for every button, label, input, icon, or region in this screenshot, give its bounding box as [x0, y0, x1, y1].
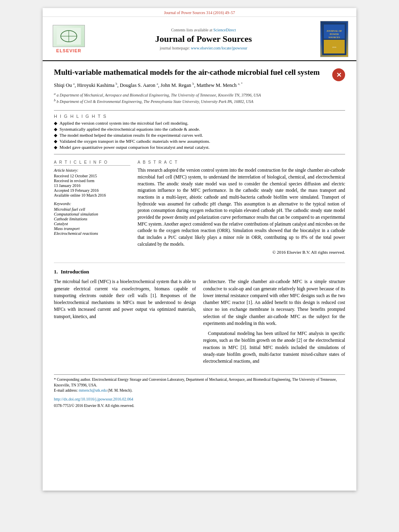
footnote-email: E-mail address: mmench@utk.edu (M. M. Me… — [54, 388, 345, 393]
crossmark-icon: ✕ — [332, 68, 345, 81]
article-info-label: A R T I C L E I N F O — [54, 160, 130, 166]
homepage-link[interactable]: www.elsevier.com/locate/jpowsour — [191, 46, 247, 50]
intro-left-para1: The microbial fuel cell (MFC) is a bioel… — [54, 278, 196, 320]
svg-text:✕: ✕ — [336, 72, 341, 78]
homepage-line: journal homepage: www.elsevier.com/locat… — [92, 46, 315, 50]
date-accepted: Accepted 19 February 2016 — [54, 188, 130, 193]
journal-header-center: Contents lists available at ScienceDirec… — [92, 28, 315, 50]
intro-right-para1: architecture. The single chamber air-cat… — [203, 278, 345, 327]
highlight-item-3: ◆ The model method helped the simulation… — [54, 133, 345, 138]
doi-link[interactable]: http://dx.doi.org/10.1016/j.jpowsour.201… — [54, 396, 345, 402]
svg-text:SOURCES: SOURCES — [329, 36, 340, 39]
section-divider — [54, 263, 345, 263]
keyword-1: Microbial fuel cell — [54, 207, 130, 212]
footnote-email-link[interactable]: mmench@utk.edu — [79, 388, 107, 392]
keywords-section: Keywords: Microbial fuel cell Computatio… — [54, 201, 130, 236]
sciencedirect-line: Contents lists available at ScienceDirec… — [92, 28, 315, 32]
intro-right-column: architecture. The single chamber air-cat… — [203, 278, 345, 368]
authors-line: Shiqi Ou a, Hiroyuki Kashima b, Douglas … — [54, 82, 345, 89]
intro-left-column: The microbial fuel cell (MFC) is a bioel… — [54, 278, 196, 368]
intro-right-para2: Computational modeling has been utilized… — [203, 330, 345, 365]
footnote-corresponding: * Corresponding author. Electrochemical … — [54, 377, 345, 388]
abstract-label: A B S T R A C T — [138, 160, 345, 164]
keyword-2: Computational simulation — [54, 212, 130, 216]
keyword-5: Mass transport — [54, 226, 130, 231]
svg-text:2016: 2016 — [332, 46, 337, 48]
highlights-section: H I G H L I G H T S ◆ Applied the versio… — [54, 110, 345, 154]
date-revised-label: Received in revised form — [54, 179, 130, 183]
article-content: ✕ Multi-variable mathematical models for… — [43, 61, 356, 417]
highlight-item-5: ◆ Model gave quantitative power output c… — [54, 145, 345, 150]
affiliation-b: b b Department of Civil & Environmental … — [54, 98, 345, 105]
highlight-item-2: ◆ Systematically applied the electrochem… — [54, 127, 345, 132]
footnote-area: * Corresponding author. Electrochemical … — [54, 374, 345, 409]
highlights-title: H I G H L I G H T S — [54, 114, 345, 119]
introduction-body-columns: The microbial fuel cell (MFC) is a bioel… — [54, 278, 345, 368]
article-info-column: A R T I C L E I N F O Article history: R… — [54, 160, 130, 255]
keyword-3: Cathode limitations — [54, 217, 130, 221]
article-history-label: Article history: — [54, 168, 130, 173]
article-title: Multi-variable mathematical models for t… — [54, 68, 345, 78]
keyword-4: Catalyst — [54, 222, 130, 226]
journal-header: ELSEVIER Contents lists available at Sci… — [43, 17, 356, 61]
date-online: Available online 10 March 2016 — [54, 193, 130, 197]
issn-line: 0378-7753/© 2016 Elsevier B.V. All right… — [54, 403, 345, 409]
highlight-item-1: ◆ Applied the version control system int… — [54, 121, 345, 126]
introduction-section: 1. Introduction The microbial fuel cell … — [54, 269, 345, 368]
svg-text:JOURNAL OF: JOURNAL OF — [327, 30, 342, 32]
highlight-item-4: ◆ Validated the oxygen transport in the … — [54, 139, 345, 144]
sciencedirect-link[interactable]: ScienceDirect — [213, 28, 236, 32]
affiliations-block: a a Department of Mechanical, Aerospace … — [54, 92, 345, 105]
abstract-column: A B S T R A C T This research adopted th… — [138, 160, 345, 255]
date-received: Received 12 October 2015 — [54, 174, 130, 178]
journal-title: Journal of Power Sources — [92, 34, 315, 44]
elsevier-brand-text: ELSEVIER — [56, 48, 81, 53]
journal-cover-image: JOURNAL OF POWER SOURCES 2016 — [320, 21, 348, 57]
abstract-text: This research adopted the version contro… — [138, 167, 345, 247]
journal-reference-text: Journal of Power Sources 314 (2016) 49–5… — [164, 10, 235, 15]
section-title: 1. Introduction — [54, 269, 345, 275]
keywords-label: Keywords: — [54, 201, 130, 206]
svg-text:POWER: POWER — [330, 33, 339, 35]
copyright-line: © 2016 Elsevier B.V. All rights reserved… — [138, 250, 345, 255]
elsevier-logo-image — [53, 25, 85, 47]
affiliation-a: a a Department of Mechanical, Aerospace … — [54, 92, 345, 98]
keyword-6: Electrochemical reactions — [54, 231, 130, 236]
article-title-block: ✕ Multi-variable mathematical models for… — [54, 68, 345, 78]
crossmark-badge: ✕ — [332, 68, 345, 81]
elsevier-logo-block: ELSEVIER — [51, 25, 87, 53]
journal-reference-bar: Journal of Power Sources 314 (2016) 49–5… — [43, 8, 356, 17]
date-revised: 13 January 2016 — [54, 183, 130, 188]
info-abstract-columns: A R T I C L E I N F O Article history: R… — [54, 160, 345, 255]
